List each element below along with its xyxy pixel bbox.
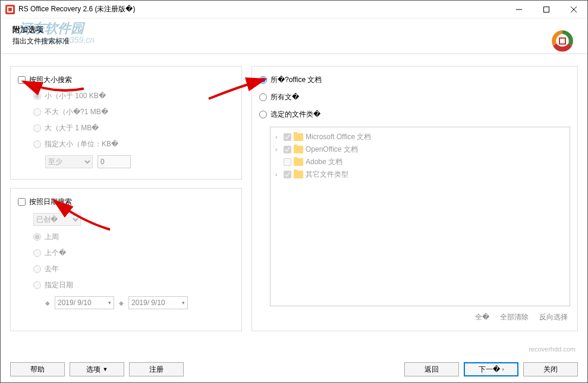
date-lastyear-label: 去年 <box>45 264 59 274</box>
date-diamond-icon: ◆ <box>45 300 50 306</box>
filetype-office-label: 所�?office 文档 <box>271 75 322 85</box>
close-button[interactable] <box>560 1 587 18</box>
tree-row[interactable]: › OpenOffice 文档 <box>275 143 565 156</box>
left-column: 按照大小搜索 小（小于 100 KB� 不大（小�?1 MB� 大（大于 1 M… <box>10 66 242 331</box>
date-search-panel: 按照日期搜索 已创� 上周 上个� 去年 指定日期 ◆ 2019/ 9/10▾ … <box>10 188 242 331</box>
chevron-down-icon: ▾ <box>182 300 185 306</box>
minimize-button[interactable] <box>505 1 533 18</box>
close-wizard-button[interactable]: 关闭 <box>523 362 578 376</box>
size-medium-radio[interactable] <box>33 108 41 116</box>
window-controls <box>505 1 587 18</box>
date-search-checkbox[interactable] <box>18 198 26 206</box>
help-button[interactable]: 帮助 <box>10 362 65 376</box>
folder-icon <box>294 171 303 178</box>
size-medium-label: 不大（小�?1 MB� <box>45 107 108 117</box>
date-lastmonth-radio[interactable] <box>33 249 41 257</box>
register-button[interactable]: 注册 <box>129 362 184 376</box>
back-button[interactable]: 返回 <box>404 362 459 376</box>
size-custom-radio[interactable] <box>33 140 41 148</box>
date-lastyear-radio[interactable] <box>33 265 41 273</box>
filetype-tree: › Microsoft Office 文档 › OpenOffice 文档 Ad… <box>270 127 570 306</box>
date-diamond-icon: ◆ <box>119 300 124 306</box>
expand-icon[interactable]: › <box>275 146 281 153</box>
tree-actions: 全� 全部清除 反向选择 <box>259 312 568 322</box>
tree-label: 其它文件类型 <box>306 169 348 180</box>
folder-icon <box>294 133 303 141</box>
tree-checkbox[interactable] <box>284 171 291 178</box>
content-area: 按照大小搜索 小（小于 100 KB� 不大（小�?1 MB� 大（大于 1 M… <box>1 54 587 337</box>
tree-checkbox[interactable] <box>284 158 291 166</box>
page-subtitle: 指出文件搜索标准 <box>12 36 576 46</box>
size-large-label: 大（大于 1 MB� <box>45 123 99 133</box>
size-small-radio[interactable] <box>33 92 41 100</box>
folder-icon <box>294 146 303 153</box>
size-custom-select[interactable]: 至少 <box>45 155 93 168</box>
titlebar: RS Office Recovery 2.6 (未注册版�) <box>1 1 587 18</box>
filetype-selected-radio[interactable] <box>259 111 267 118</box>
size-search-label: 按照大小搜索 <box>29 75 72 85</box>
page-title: 附加选项 <box>12 24 576 35</box>
filetype-office-radio[interactable] <box>259 76 267 84</box>
tree-checkbox[interactable] <box>284 146 291 153</box>
tree-checkbox[interactable] <box>284 133 291 141</box>
tree-label: Microsoft Office 文档 <box>306 132 371 142</box>
chevron-down-icon: ▼ <box>103 366 108 372</box>
tree-label: Adobe 文档 <box>306 157 342 167</box>
date-custom-label: 指定日期 <box>45 280 73 290</box>
svg-rect-4 <box>559 38 565 44</box>
size-large-radio[interactable] <box>33 124 41 132</box>
next-button[interactable]: 下一�› <box>464 362 518 376</box>
invert-selection-link[interactable]: 反向选择 <box>539 312 568 322</box>
folder-icon <box>294 158 303 166</box>
clear-all-link[interactable]: 全部清除 <box>500 312 529 322</box>
select-all-link[interactable]: 全� <box>475 312 489 322</box>
expand-icon[interactable] <box>275 159 281 165</box>
filetype-selected-label: 选定的文件类� <box>271 109 320 120</box>
maximize-button[interactable] <box>533 1 560 18</box>
date-to-picker[interactable]: 2019/ 9/10▾ <box>128 296 188 309</box>
app-icon <box>5 5 15 14</box>
tree-row[interactable]: › Microsoft Office 文档 <box>275 131 565 143</box>
date-lastmonth-label: 上个� <box>45 248 66 258</box>
header-area: 河东软件园 www.pc0359.cn 附加选项 指出文件搜索标准 <box>1 18 587 50</box>
date-lastweek-label: 上周 <box>45 232 59 242</box>
tree-label: OpenOffice 文档 <box>306 145 358 155</box>
tree-row[interactable]: › 其它文件类型 <box>275 168 565 181</box>
size-custom-label: 指定大小（单位：KB� <box>45 139 118 149</box>
filetype-allfiles-radio[interactable] <box>259 93 267 101</box>
options-button[interactable]: 选项▼ <box>70 362 124 376</box>
filetype-panel: 所�?office 文档 所有文� 选定的文件类� › Microsoft Of… <box>251 66 578 331</box>
button-bar: 帮助 选项▼ 注册 返回 下一�› 关闭 <box>1 362 587 376</box>
expand-icon[interactable]: › <box>275 171 281 178</box>
window-title: RS Office Recovery 2.6 (未注册版�) <box>18 4 505 14</box>
size-custom-value[interactable] <box>98 155 131 168</box>
chevron-down-icon: ▾ <box>108 300 111 306</box>
size-search-checkbox[interactable] <box>18 76 26 84</box>
date-search-label: 按照日期搜索 <box>29 197 72 207</box>
date-lastweek-radio[interactable] <box>33 233 41 241</box>
tree-row[interactable]: Adobe 文档 <box>275 156 565 168</box>
svg-rect-1 <box>544 7 549 12</box>
filetype-allfiles-label: 所有文� <box>271 92 299 102</box>
size-search-panel: 按照大小搜索 小（小于 100 KB� 不大（小�?1 MB� 大（大于 1 M… <box>10 66 242 180</box>
expand-icon[interactable]: › <box>275 134 281 140</box>
size-small-label: 小（小于 100 KB� <box>45 91 106 101</box>
date-from-picker[interactable]: 2019/ 9/10▾ <box>55 296 114 309</box>
date-custom-radio[interactable] <box>33 281 41 289</box>
footer-link[interactable]: recoverhdd.com <box>529 346 576 353</box>
office-recovery-logo-icon <box>549 28 576 54</box>
date-type-select[interactable]: 已创� <box>33 213 81 226</box>
